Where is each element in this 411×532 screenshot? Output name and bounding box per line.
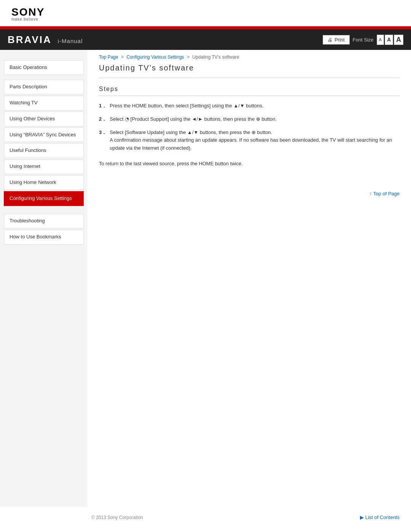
sidebar-item-troubleshooting[interactable]: Troubleshooting: [4, 214, 84, 228]
sony-tagline: make.believe: [11, 18, 400, 21]
list-of-contents-link[interactable]: ▶ List of Contents: [360, 514, 400, 520]
breadcrumb-configuring[interactable]: Configuring Various Settings: [126, 54, 184, 60]
bravia-title-group: BRAVIA i-Manual: [8, 34, 83, 46]
top-of-page-link[interactable]: ↑ Top of Page: [370, 191, 400, 197]
page-number: 160: [0, 528, 411, 532]
copyright-text: © 2013 Sony Corporation: [91, 515, 143, 520]
sidebar-item-bravia-sync[interactable]: Using “BRAVIA” Sync Devices: [4, 128, 84, 142]
step-1-content: Press the HOME button, then select [Sett…: [110, 102, 400, 110]
font-medium-button[interactable]: A: [385, 35, 393, 45]
sidebar-item-basic-operations[interactable]: Basic Operations: [4, 60, 84, 75]
breadcrumb-current: Updating TV's software: [192, 54, 239, 60]
breadcrumb-sep2: >: [187, 54, 190, 60]
print-icon: 🖨: [328, 37, 333, 43]
red-accent-bar: [0, 26, 411, 29]
step-3: 3． Select [Software Update] using the ▲/…: [99, 129, 400, 152]
page-footer: © 2013 Sony Corporation ▶ List of Conten…: [0, 507, 411, 528]
breadcrumb-sep1: >: [121, 54, 124, 60]
step-2: 2． Select ◔ [Product Support] using the …: [99, 115, 400, 123]
step-3-content: Select [Software Update] using the ▲/▼ b…: [110, 129, 400, 152]
font-size-label: Font Size: [353, 37, 374, 43]
font-large-button[interactable]: A: [394, 35, 403, 45]
sidebar-item-configuring-various-settings[interactable]: Configuring Various Settings: [4, 191, 84, 206]
print-button[interactable]: 🖨 Print: [323, 35, 350, 45]
bravia-header-bar: BRAVIA i-Manual 🖨 Print Font Size A A A: [0, 29, 411, 50]
imanual-label: i-Manual: [58, 38, 83, 44]
steps-list: 1． Press the HOME button, then select [S…: [99, 102, 400, 152]
sony-logo: SONY make.believe: [11, 7, 400, 21]
sony-wordmark: SONY: [11, 7, 400, 18]
sidebar-item-parts-description[interactable]: Parts Description: [4, 80, 84, 94]
return-note: To return to the last viewed source, pre…: [99, 160, 400, 168]
font-small-button[interactable]: A: [377, 35, 384, 45]
sony-header: SONY make.believe: [0, 0, 411, 26]
font-size-controls: A A A: [377, 35, 403, 45]
sidebar: Basic Operations Parts Description Watch…: [0, 50, 88, 507]
step-3-num: 3．: [99, 129, 107, 152]
sidebar-item-how-to-use-bookmarks[interactable]: How to Use Bookmarks: [4, 230, 84, 244]
sidebar-item-watching-tv[interactable]: Watching TV: [4, 96, 84, 110]
breadcrumb-top-page[interactable]: Top Page: [99, 54, 118, 60]
bravia-wordmark: BRAVIA: [8, 34, 52, 46]
header-controls: 🖨 Print Font Size A A A: [323, 35, 403, 45]
main-content: Top Page > Configuring Various Settings …: [88, 50, 411, 507]
sidebar-item-useful-functions[interactable]: Useful Functions: [4, 143, 84, 158]
sidebar-item-using-internet[interactable]: Using Internet: [4, 159, 84, 174]
main-layout: Basic Operations Parts Description Watch…: [0, 50, 411, 507]
steps-heading: Steps: [99, 86, 400, 96]
breadcrumb: Top Page > Configuring Various Settings …: [99, 50, 400, 64]
sidebar-item-using-home-network[interactable]: Using Home Network: [4, 175, 84, 190]
bottom-links: ↑ Top of Page: [99, 191, 400, 197]
step-2-num: 2．: [99, 115, 107, 123]
step-1: 1． Press the HOME button, then select [S…: [99, 102, 400, 110]
step-1-num: 1．: [99, 102, 107, 110]
print-label: Print: [335, 37, 345, 43]
page-title: Updating TV’s software: [99, 64, 400, 78]
step-2-content: Select ◔ [Product Support] using the ◄/►…: [110, 115, 400, 123]
sidebar-item-using-other-devices[interactable]: Using Other Devices: [4, 112, 84, 126]
